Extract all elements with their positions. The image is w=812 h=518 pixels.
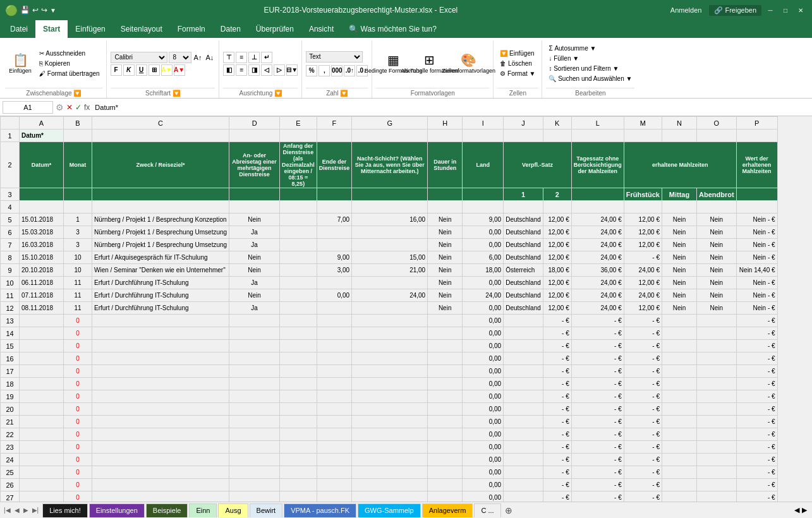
sheet-tab-einn[interactable]: Einn bbox=[189, 503, 217, 517]
cell-E1[interactable] bbox=[280, 130, 317, 142]
cell-P4[interactable] bbox=[736, 201, 777, 214]
cell-L1[interactable] bbox=[571, 130, 624, 142]
cell-G3[interactable] bbox=[352, 188, 428, 201]
cell-J6[interactable]: Deutschland bbox=[504, 226, 543, 239]
cell-H4[interactable] bbox=[428, 201, 463, 214]
cell-L8[interactable]: 24,00 € bbox=[571, 251, 624, 264]
cell-E8[interactable] bbox=[280, 251, 317, 264]
align-left-button[interactable]: ◧ bbox=[223, 64, 234, 76]
formula-cancel-icon[interactable]: ✕ bbox=[66, 103, 73, 112]
sheet-tab-beispiele[interactable]: Beispiele bbox=[146, 503, 188, 517]
cell-I3[interactable] bbox=[463, 188, 504, 201]
cell-F3[interactable] bbox=[317, 188, 352, 201]
cell-H6[interactable]: Nein bbox=[428, 226, 463, 239]
cell-M10[interactable]: 12,00 € bbox=[624, 277, 662, 289]
cell-L10[interactable]: 24,00 € bbox=[571, 277, 624, 289]
cell-O5[interactable]: Nein bbox=[696, 214, 736, 226]
comma-button[interactable]: , bbox=[318, 65, 330, 76]
cell-H3[interactable] bbox=[428, 188, 463, 201]
formula-insert-icon[interactable]: fx bbox=[84, 103, 90, 112]
border-button[interactable]: ⊞ bbox=[148, 64, 160, 76]
cell-E4[interactable] bbox=[280, 201, 317, 214]
cell-H1[interactable] bbox=[428, 130, 463, 142]
cell-I6[interactable]: 0,00 bbox=[463, 226, 504, 239]
sheet-tab-more[interactable]: C ... bbox=[474, 503, 500, 517]
cell-E9[interactable] bbox=[280, 264, 317, 277]
col-header-K[interactable]: K bbox=[543, 117, 571, 130]
paste-button[interactable]: 📋 Einfügen bbox=[5, 45, 35, 83]
cell-N3[interactable]: Mittag bbox=[662, 188, 696, 201]
cell-A3[interactable] bbox=[20, 188, 64, 201]
cell-C1[interactable] bbox=[92, 130, 229, 142]
cell-C7[interactable]: Nürnberg / Projekt 1 / Besprechung Umset… bbox=[92, 239, 229, 251]
cell-A6[interactable]: 15.03.2018 bbox=[20, 226, 64, 239]
cell-N12[interactable]: Nein bbox=[662, 302, 696, 315]
cell-D9[interactable]: Nein bbox=[229, 264, 280, 277]
insert-cells-button[interactable]: 🔽 Einfügen bbox=[497, 49, 538, 58]
col-header-O[interactable]: O bbox=[696, 117, 736, 130]
font-size-select[interactable]: 8 bbox=[169, 52, 191, 63]
cell-A9[interactable]: 20.10.2018 bbox=[20, 264, 64, 277]
cell-F9[interactable]: 3,00 bbox=[317, 264, 352, 277]
cell-C8[interactable]: Erfurt / Akquisegespräch für IT-Schulung bbox=[92, 251, 229, 264]
cell-G10[interactable] bbox=[352, 277, 428, 289]
cell-P11[interactable]: Nein - € bbox=[736, 289, 777, 302]
cell-O10[interactable]: Nein bbox=[696, 277, 736, 289]
cell-J8[interactable]: Deutschland bbox=[504, 251, 543, 264]
col-header-G[interactable]: G bbox=[352, 117, 428, 130]
cell-K4[interactable] bbox=[543, 201, 571, 214]
align-center-button[interactable]: ≡ bbox=[236, 64, 247, 76]
quick-access-save[interactable]: 💾 bbox=[20, 6, 30, 15]
cell-I9[interactable]: 18,00 bbox=[463, 264, 504, 277]
col-header-F[interactable]: F bbox=[317, 117, 352, 130]
tab-nav-next[interactable]: ▶ bbox=[22, 507, 30, 514]
cell-I1[interactable] bbox=[463, 130, 504, 142]
cell-F2[interactable]: Ende der Dienstreise bbox=[317, 142, 352, 188]
cell-H7[interactable]: Nein bbox=[428, 239, 463, 251]
cell-K10[interactable]: 12,00 € bbox=[543, 277, 571, 289]
cell-B8[interactable]: 10 bbox=[64, 251, 92, 264]
formula-confirm-icon[interactable]: ✓ bbox=[75, 103, 82, 112]
tab-start[interactable]: Start bbox=[35, 20, 68, 38]
cell-C12[interactable]: Erfurt / Durchführung IT-Schulung bbox=[92, 302, 229, 315]
cell-G12[interactable] bbox=[352, 302, 428, 315]
cell-N6[interactable]: Nein bbox=[662, 226, 696, 239]
sort-filter-button[interactable]: ↕ Sortieren und Filtern ▼ bbox=[546, 64, 634, 73]
cell-A5[interactable]: 15.01.2018 bbox=[20, 214, 64, 226]
cell-G2[interactable]: Nacht-Schicht? (Wählen Sie Ja aus, wenn … bbox=[352, 142, 428, 188]
cell-O8[interactable]: Nein bbox=[696, 251, 736, 264]
cell-N8[interactable]: Nein bbox=[662, 251, 696, 264]
cell-M1[interactable] bbox=[624, 130, 662, 142]
sheet-scroll-right[interactable]: ▶ bbox=[802, 506, 807, 514]
cell-E10[interactable] bbox=[280, 277, 317, 289]
cell-reference-input[interactable] bbox=[3, 101, 53, 114]
tab-nav-last[interactable]: ▶| bbox=[31, 507, 40, 514]
cell-H8[interactable]: Nein bbox=[428, 251, 463, 264]
cell-D8[interactable]: Nein bbox=[229, 251, 280, 264]
cell-MNO2[interactable]: erhaltene Mahlzeiten bbox=[624, 142, 736, 188]
cut-button[interactable]: ✂ Ausschneiden bbox=[37, 49, 102, 58]
cell-J1[interactable] bbox=[504, 130, 543, 142]
cell-L5[interactable]: 24,00 € bbox=[571, 214, 624, 226]
find-select-button[interactable]: 🔍 Suchen und Auswählen ▼ bbox=[546, 74, 634, 83]
cell-H2[interactable]: Dauer in Stunden bbox=[428, 142, 463, 188]
col-header-I[interactable]: I bbox=[463, 117, 504, 130]
cell-B3[interactable] bbox=[64, 188, 92, 201]
cell-O7[interactable]: Nein bbox=[696, 239, 736, 251]
login-button[interactable]: Anmelden bbox=[665, 6, 707, 14]
tab-datei[interactable]: Datei bbox=[3, 20, 35, 38]
bold-button[interactable]: F bbox=[111, 64, 122, 76]
cell-A10[interactable]: 06.11.2018 bbox=[20, 277, 64, 289]
increase-decimal-button[interactable]: .0↑ bbox=[344, 65, 355, 76]
cell-O12[interactable]: Nein bbox=[696, 302, 736, 315]
cell-J9[interactable]: Österreich bbox=[504, 264, 543, 277]
cell-F4[interactable] bbox=[317, 201, 352, 214]
cell-P5[interactable]: Nein - € bbox=[736, 214, 777, 226]
cell-F1[interactable] bbox=[317, 130, 352, 142]
cell-H5[interactable]: Nein bbox=[428, 214, 463, 226]
delete-cells-button[interactable]: 🗑 Löschen bbox=[497, 59, 538, 68]
thousands-button[interactable]: 000 bbox=[331, 65, 342, 76]
cell-I12[interactable]: 0,00 bbox=[463, 302, 504, 315]
cell-C9[interactable]: Wien / Seminar "Denken wie ein Unternehm… bbox=[92, 264, 229, 277]
cell-D4[interactable] bbox=[229, 201, 280, 214]
